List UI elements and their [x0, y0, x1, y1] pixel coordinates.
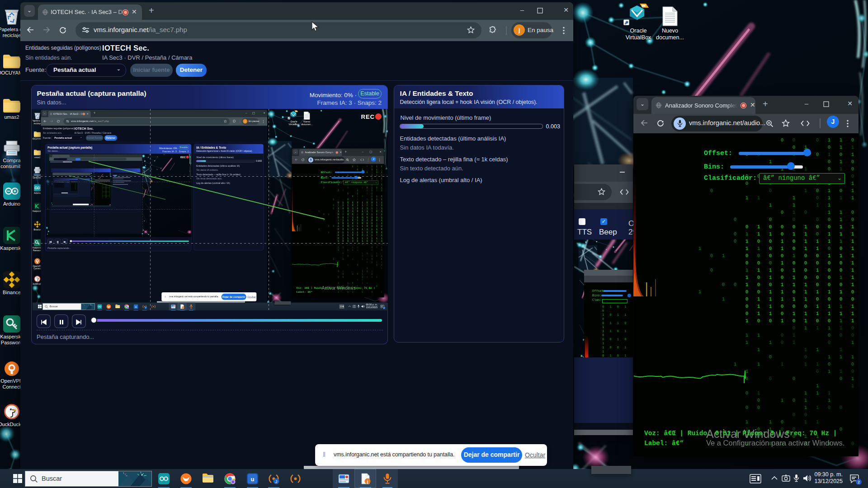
svg-text:j: j	[367, 479, 368, 484]
svg-text:J: J	[275, 479, 278, 484]
svg-text:u: u	[251, 476, 255, 483]
